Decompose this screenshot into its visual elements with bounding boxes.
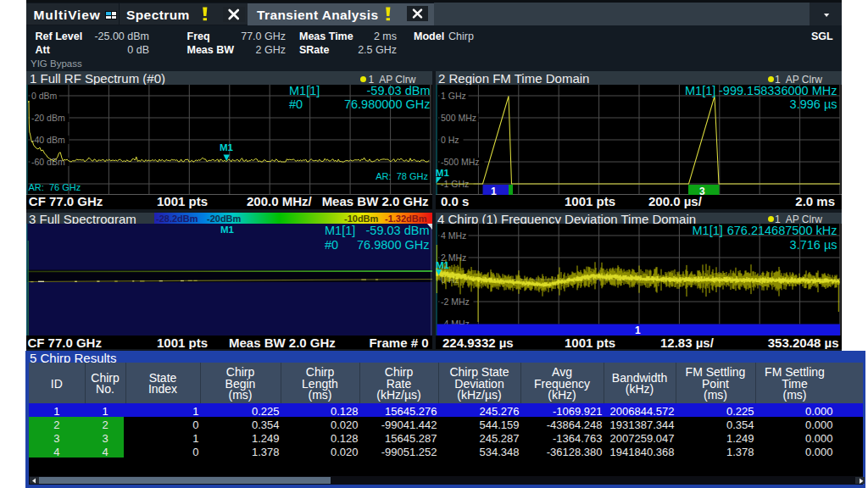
svg-text:4 MHz: 4 MHz <box>441 230 466 241</box>
svg-text:-2 MHz: -2 MHz <box>441 297 470 307</box>
